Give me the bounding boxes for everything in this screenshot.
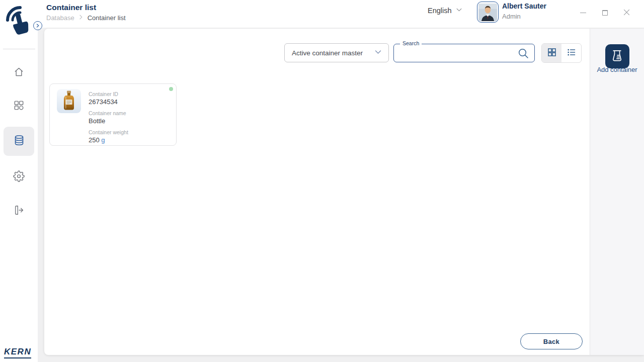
breadcrumb: Database Container list [46,14,126,22]
search-field: Search [393,44,535,62]
filter-dropdown[interactable]: Active container master [284,43,389,62]
add-container-label: Add container [590,66,644,73]
touch-hand-logo [5,6,33,39]
list-view-icon [567,47,577,59]
app-window: Active container master Search [0,0,644,362]
back-button[interactable]: Back [520,333,583,349]
sidebar-item-database[interactable] [4,127,34,156]
right-action-panel: Add container [590,29,644,355]
breadcrumb-item-database[interactable]: Database [46,14,74,22]
kern-logo: KERN [4,347,31,358]
chevron-down-icon [455,6,463,15]
grid-view-button[interactable] [542,44,561,62]
container-beaker-icon [610,49,624,64]
page-title: Container list [46,3,96,12]
breadcrumb-separator-icon [78,14,84,22]
container-fields: Container ID 26734534 Container name Bot… [89,90,128,144]
user-name: Albert Sauter [502,2,546,10]
container-name-value: Bottle [89,117,128,125]
gear-icon [13,170,25,184]
logout-icon [14,205,25,218]
chevron-down-icon [374,48,382,58]
maximize-icon[interactable] [599,7,610,18]
add-container-button[interactable] [605,44,629,68]
user-role: Admin [502,13,521,20]
filter-dropdown-value: Active container master [292,49,363,57]
language-value: English [428,7,452,15]
database-icon [13,134,25,148]
sidebar: KERN [0,0,38,362]
sidebar-divider [3,49,35,49]
sidebar-item-apps[interactable] [4,92,34,121]
sidebar-item-settings[interactable] [4,162,34,192]
sidebar-item-home[interactable] [4,58,34,87]
search-icon[interactable] [517,47,529,61]
breadcrumb-item-current: Container list [88,14,126,22]
container-weight-value: 250 g [89,136,128,144]
chevron-right-icon [35,21,40,30]
sidebar-item-logout[interactable] [4,197,34,226]
header: Container list Database Container list E… [0,0,644,28]
grid-view-icon [547,47,557,59]
home-icon [13,66,25,80]
language-dropdown[interactable]: English [428,6,463,15]
avatar[interactable] [477,2,499,23]
container-id-label: Container ID [89,90,128,98]
view-toggle [541,43,582,63]
apps-icon [13,100,25,113]
bottle-image [57,89,81,113]
status-dot [169,87,173,91]
weight-unit: g [101,136,105,144]
minimize-icon[interactable] [578,7,589,18]
container-weight-label: Container weight [89,129,128,136]
container-name-label: Container name [89,110,128,117]
sidebar-expand-button[interactable] [33,21,42,30]
search-input[interactable] [394,44,514,62]
main-panel: Active container master Search [44,29,644,355]
close-icon[interactable] [621,7,632,18]
container-id-value: 26734534 [89,98,128,106]
list-view-button[interactable] [561,44,581,62]
container-card[interactable]: Container ID 26734534 Container name Bot… [49,83,177,146]
